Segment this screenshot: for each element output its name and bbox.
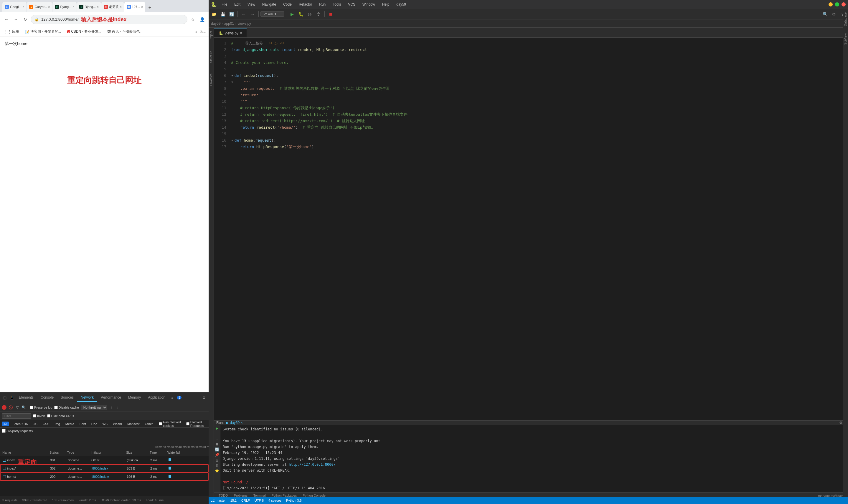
type-other[interactable]: Other [143, 421, 155, 426]
editor-menu-edit[interactable]: Edit [232, 2, 243, 7]
bottom-tab-terminal[interactable]: Terminal [250, 492, 269, 497]
type-doc[interactable]: Doc [90, 421, 99, 426]
run-trash-btn[interactable]: 🗑 [215, 463, 219, 468]
tab-application[interactable]: Application [144, 394, 169, 402]
toolbar-open-btn[interactable]: 📁 [210, 10, 218, 18]
editor-menu-tools[interactable]: Tools [330, 2, 343, 7]
breadcrumb-views[interactable]: views.py [238, 21, 251, 25]
hide-data-urls-input[interactable] [47, 414, 50, 417]
breadcrumb-app01[interactable]: app01 [224, 21, 234, 25]
export-icon[interactable]: ↓ [116, 405, 120, 410]
tab-sources[interactable]: Sources [57, 394, 77, 402]
run-button[interactable]: ▶ [288, 10, 296, 18]
run-down-btn[interactable]: ↓ [216, 437, 218, 441]
run-tab-day59[interactable]: ▶ day59 × [226, 421, 243, 425]
editor-menu-code[interactable]: Code [281, 2, 294, 7]
bottom-tab-python-console[interactable]: Python Console [300, 492, 329, 497]
run-pin-btn[interactable]: 📌 [215, 453, 219, 457]
disable-cache-checkbox[interactable]: Disable cache [54, 406, 79, 409]
editor-menu-file[interactable]: File [219, 2, 229, 7]
type-fetch[interactable]: Fetch/XHR [11, 421, 30, 426]
col-waterfall-header[interactable]: Waterfall [166, 451, 207, 454]
status-python[interactable]: Python 3.6 [286, 499, 302, 502]
preserve-log-checkbox[interactable]: Preserve log [30, 406, 52, 409]
tab-performance[interactable]: Performance [97, 394, 125, 402]
toolbar-back-btn[interactable]: ← [240, 10, 248, 18]
tab-django1[interactable]: D Djang... × [52, 2, 76, 12]
bottom-tab-problems[interactable]: Problems [231, 492, 250, 497]
run-settings-icon[interactable]: ⚙ [839, 421, 843, 425]
devtools-device-icon[interactable]: 📱 [8, 394, 15, 401]
clear-button[interactable]: 🚫 [8, 405, 13, 410]
tab-network[interactable]: Network [77, 394, 97, 402]
new-tab-button[interactable]: + [145, 3, 154, 12]
editor-menu-vcs[interactable]: VCS [346, 2, 358, 7]
code-content[interactable]: # 导入三板斧 ⚠1 △5 ✓2 from django.shortcuts i… [229, 38, 848, 420]
blocked-requests-checkbox[interactable]: Blocked Requests [186, 420, 207, 428]
type-wasm[interactable]: Wasm [111, 421, 124, 426]
type-img[interactable]: Img [53, 421, 62, 426]
bookmark-blog[interactable]: 📝 博客园 - 开发者的... [23, 29, 63, 35]
third-party-checkbox[interactable]: 3rd-party requests [2, 429, 33, 433]
run-favorite-btn[interactable]: ⭐ [215, 469, 219, 473]
server-url-link[interactable]: http://127.0.0.1:8000/ [289, 463, 335, 467]
run-play-btn[interactable]: ▶ [216, 426, 218, 430]
settings-btn[interactable]: ⚙ [830, 10, 838, 18]
search-everywhere-btn[interactable]: 🔍 [821, 10, 829, 18]
bookmark-dotu[interactable]: 🖼 再见 - 斗图表情包... [105, 29, 144, 35]
editor-menu-navigate[interactable]: Navigate [260, 2, 278, 7]
invert-checkbox[interactable]: Invert [33, 414, 46, 418]
minimize-button[interactable] [829, 2, 833, 6]
tab-console[interactable]: Console [37, 394, 57, 402]
close-button[interactable] [842, 2, 846, 6]
filter-input[interactable] [2, 413, 31, 419]
toolbar-save-btn[interactable]: 💾 [219, 10, 227, 18]
status-encoding[interactable]: UTF-8 [255, 499, 264, 502]
stop-button[interactable]: ⏹ [327, 10, 335, 18]
tab-garybr-close[interactable]: × [48, 5, 50, 8]
status-indent[interactable]: 4 spaces [269, 499, 281, 502]
status-line-col[interactable]: 15:1 [230, 499, 237, 502]
tab-views-close[interactable]: × [240, 32, 242, 35]
type-font[interactable]: Font [78, 421, 88, 426]
left-panel-favorites[interactable]: Favorites [209, 71, 213, 88]
devtools-more-icon[interactable]: » [169, 394, 176, 401]
bookmark-apps[interactable]: ⋮⋮ 应用 [2, 29, 21, 35]
tab-memory[interactable]: Memory [125, 394, 144, 402]
editor-menu-window[interactable]: Window [360, 2, 378, 7]
editor-menu-run[interactable]: Run [317, 2, 328, 7]
forward-button[interactable]: → [12, 15, 20, 23]
bookmark-csdn[interactable]: C CSDN - 专业开发... [65, 29, 103, 35]
devtools-inspect-icon[interactable]: ⬚ [1, 394, 8, 401]
invert-input[interactable] [33, 414, 36, 417]
editor-menu-view[interactable]: View [245, 2, 258, 7]
right-panel-sciview[interactable]: SciView [843, 30, 848, 48]
bottom-tab-python-packages[interactable]: Python Packages [269, 492, 300, 497]
blocked-requests-input[interactable] [186, 422, 189, 426]
editor-tab-views[interactable]: 🐍 views.py × [214, 29, 247, 37]
type-js[interactable]: JS [32, 421, 39, 426]
col-time-header[interactable]: Time [149, 451, 166, 454]
throttle-select[interactable]: No throttling [81, 405, 107, 410]
hide-data-urls-checkbox[interactable]: Hide data URLs [47, 414, 74, 418]
has-blocked-cookies-checkbox[interactable]: Has blocked cookies [159, 420, 182, 428]
editor-menu-help[interactable]: Help [380, 2, 392, 7]
debug-button[interactable]: 🐛 [297, 10, 305, 18]
bottom-tab-todo[interactable]: TODO [216, 492, 231, 497]
left-panel-structure[interactable]: Structure [209, 49, 213, 65]
run-print-btn[interactable]: 🖨 [215, 458, 219, 462]
col-initiator-header[interactable]: Initiator [90, 451, 125, 454]
back-button[interactable]: ← [2, 15, 11, 23]
tab-garybr[interactable]: 🔥 Garybr... × [27, 2, 52, 12]
toolbar-sync-btn[interactable]: 🔄 [227, 10, 236, 18]
bookmarks-more[interactable]: » [195, 30, 197, 34]
run-tab-close-icon[interactable]: × [241, 421, 243, 425]
profile-button[interactable]: 👤 [198, 15, 206, 23]
run-up-btn[interactable]: ↑ [216, 432, 218, 436]
tab-active-close[interactable]: × [141, 5, 143, 8]
refresh-button[interactable]: ↻ [21, 15, 30, 23]
import-icon[interactable]: ↑ [109, 405, 114, 410]
left-panel-project[interactable]: Project [209, 29, 213, 43]
coverage-button[interactable]: ◎ [306, 10, 314, 18]
url-bar[interactable]: 🔒 127.0.0.1:8000/home/ 输入后缀本是index [31, 15, 187, 24]
